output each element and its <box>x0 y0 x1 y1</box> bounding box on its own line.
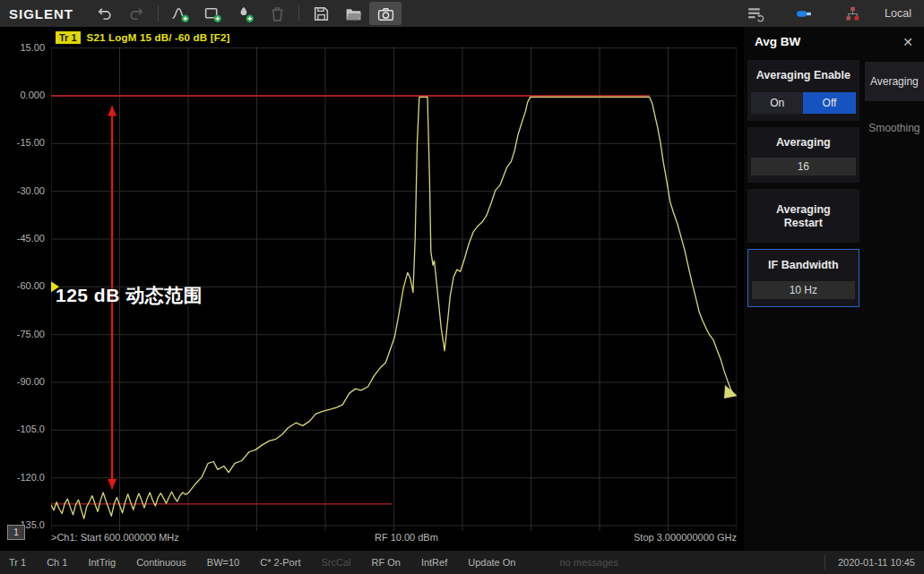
rf-power-label: RF 10.00 dBm <box>375 532 438 543</box>
delete-button[interactable] <box>261 2 293 25</box>
x-axis-footer: >Ch1: Start 600.000000 MHz RF 10.00 dBm … <box>51 532 737 543</box>
if-bandwidth-label: IF Bandwidth <box>752 259 855 273</box>
add-trace-icon <box>171 4 190 23</box>
y-axis-tick: -105.0 <box>0 424 45 434</box>
usb-status-button[interactable] <box>788 2 820 25</box>
status-bar: Tr 1Ch 1IntTrigContinuousBW=10C* 2-PortS… <box>0 551 924 574</box>
status-item[interactable]: Ch 1 <box>47 557 67 568</box>
panel-header: Avg BW ✕ <box>744 27 924 56</box>
averaging-factor-value[interactable]: 16 <box>751 158 856 176</box>
start-freq-label: >Ch1: Start 600.000000 MHz <box>51 532 179 543</box>
y-axis-tick: -15.00 <box>0 137 45 148</box>
add-window-button[interactable] <box>196 2 229 25</box>
lan-error-icon <box>843 4 862 23</box>
y-axis-tick: 0.000 <box>0 90 45 100</box>
avg-bw-panel: Avg BW ✕ Averaging Enable On Off Averagi… <box>744 27 924 551</box>
status-item[interactable]: IntTrig <box>88 557 116 568</box>
trace-info[interactable]: Tr 1 S21 LogM 15 dB/ -60 dB [F2] <box>56 31 230 44</box>
status-item[interactable]: no messages <box>559 557 617 568</box>
y-axis-tick: -45.00 <box>0 233 45 244</box>
vna-screen: SIGLENT <box>0 0 924 574</box>
averaging-enable-control: Averaging Enable On Off <box>747 60 859 121</box>
status-item[interactable]: Continuous <box>136 557 186 568</box>
system-setup-icon <box>747 4 765 23</box>
local-mode-label: Local <box>885 7 911 20</box>
toolbar: SIGLENT <box>0 0 924 27</box>
add-marker-button[interactable] <box>229 2 261 25</box>
undo-icon <box>95 4 114 23</box>
averaging-factor-label: Averaging <box>751 136 856 150</box>
trash-icon <box>268 4 287 23</box>
brand-logo: SIGLENT <box>9 6 88 21</box>
screenshot-button[interactable] <box>369 2 402 25</box>
close-icon[interactable]: ✕ <box>902 35 913 49</box>
toolbar-separator <box>298 5 299 21</box>
lan-status-button[interactable] <box>836 2 868 25</box>
add-window-icon <box>203 4 222 23</box>
averaging-enable-label: Averaging Enable <box>751 69 856 83</box>
tab-smoothing[interactable]: Smoothing <box>865 114 924 142</box>
trace-badge[interactable]: Tr 1 <box>56 31 81 44</box>
averaging-enable-toggle: On Off <box>751 92 856 114</box>
folder-icon <box>344 4 363 23</box>
toolbar-separator <box>158 5 159 21</box>
camera-icon <box>376 4 395 23</box>
panel-title: Avg BW <box>755 35 800 48</box>
stop-freq-label: Stop 3.000000000 GHz <box>634 532 737 543</box>
usb-icon <box>795 4 814 23</box>
undo-button[interactable] <box>88 2 120 25</box>
trace-settings-text: S21 LogM 15 dB/ -60 dB [F2] <box>87 32 230 43</box>
redo-button[interactable] <box>120 2 152 25</box>
open-file-button[interactable] <box>337 2 369 25</box>
y-axis-tick: -30.00 <box>0 185 45 196</box>
y-axis-tick: 15.00 <box>0 42 45 53</box>
if-bandwidth-control[interactable]: IF Bandwidth 10 Hz <box>747 249 859 307</box>
y-axis-tick: -60.00 <box>0 280 45 291</box>
add-trace-button[interactable] <box>164 2 196 25</box>
status-item[interactable]: Update On <box>468 557 515 568</box>
system-setup-button[interactable] <box>739 2 772 25</box>
status-item[interactable]: C* 2-Port <box>260 557 300 568</box>
status-item[interactable]: SrcCal <box>321 557 350 568</box>
y-axis-tick: -120.0 <box>0 472 45 483</box>
status-item[interactable]: BW=10 <box>207 557 239 568</box>
y-axis-tick: -90.00 <box>0 376 45 387</box>
averaging-restart-button[interactable]: Averaging Restart <box>747 189 859 243</box>
averaging-factor-control[interactable]: Averaging 16 <box>747 127 859 184</box>
channel-badge: 1 <box>7 525 25 540</box>
panel-tabs: AveragingSmoothing <box>865 60 924 313</box>
save-button[interactable] <box>305 2 337 25</box>
tab-averaging[interactable]: Averaging <box>865 62 924 101</box>
measurement-area: Tr 1 S21 LogM 15 dB/ -60 dB [F2] 15.000.… <box>0 27 744 551</box>
add-marker-icon <box>236 4 255 23</box>
y-axis-tick: -75.00 <box>0 329 45 339</box>
if-bandwidth-value[interactable]: 10 Hz <box>752 281 855 299</box>
redo-icon <box>127 4 146 23</box>
status-item[interactable]: IntRef <box>421 557 447 568</box>
status-item[interactable]: Tr 1 <box>9 557 26 568</box>
averaging-off-button[interactable]: Off <box>803 92 855 114</box>
status-item[interactable]: RF On <box>371 557 400 568</box>
datetime-label: 2020-01-11 10:45 <box>825 555 915 570</box>
averaging-restart-label: Averaging Restart <box>769 203 837 231</box>
averaging-on-button[interactable]: On <box>751 92 803 114</box>
dynamic-range-label: 125 dB 动态范围 <box>56 283 203 308</box>
save-icon <box>312 4 331 23</box>
